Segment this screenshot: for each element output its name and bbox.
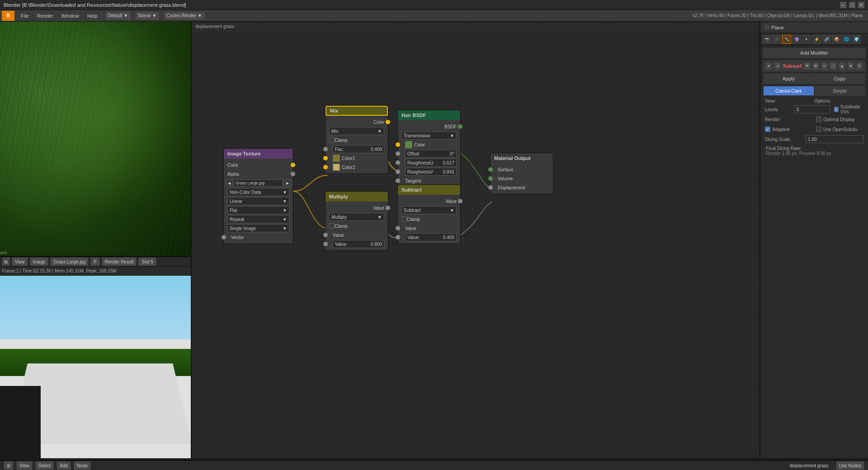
- modifier-down-btn[interactable]: ▼: [847, 62, 854, 70]
- mix-clamp-checkbox[interactable]: [329, 137, 335, 143]
- menu-help[interactable]: Help: [84, 12, 101, 19]
- node-row-projection[interactable]: Flat ▼: [224, 206, 293, 215]
- node-multiply[interactable]: Multiply Value Multiply ▼: [325, 191, 388, 251]
- node-subtract[interactable]: Subtract Value Subtract ▼: [397, 184, 461, 244]
- interpolation-dropdown[interactable]: Linear ▼: [227, 197, 289, 205]
- props-render-icon[interactable]: 📷: [762, 35, 771, 44]
- image-editor[interactable]: [0, 276, 191, 458]
- socket-sub-val1-in[interactable]: [396, 226, 400, 230]
- bottom-mode-icon[interactable]: ⊞: [4, 461, 14, 470]
- node-material-output[interactable]: Material Output Surface Volume Displacem…: [490, 153, 553, 194]
- minimize-button[interactable]: ─: [840, 2, 846, 8]
- hair-mode-dropdown[interactable]: Transmission ▼: [401, 132, 457, 140]
- modifier-render-btn[interactable]: 👁: [803, 62, 810, 70]
- socket-displacement-in[interactable]: [488, 185, 493, 190]
- node-hair-bsdf[interactable]: Hair BSDF BSDF Transmission ▼: [397, 110, 461, 188]
- tab-simple[interactable]: Simple: [814, 86, 865, 96]
- copy-button[interactable]: Copy: [814, 73, 865, 84]
- bottom-select-menu[interactable]: Select: [35, 461, 54, 470]
- add-modifier-button[interactable]: Add Modifier: [763, 48, 865, 58]
- socket-mult-val1-in[interactable]: [323, 233, 328, 237]
- subdivide-uvs-checkbox[interactable]: [834, 107, 839, 112]
- node-image-texture[interactable]: Image Texture Color Alpha ◀: [223, 148, 293, 244]
- color2-swatch[interactable]: [333, 164, 340, 171]
- socket-vector-in[interactable]: [222, 235, 226, 240]
- props-scene-icon[interactable]: 🌐: [842, 35, 851, 44]
- modifier-edit-btn[interactable]: ✏: [821, 62, 828, 70]
- node-row-interpolation[interactable]: Linear ▼: [224, 197, 293, 206]
- levels-value[interactable]: 0: [794, 105, 830, 113]
- multiply-value2[interactable]: Value: 0.800: [326, 240, 388, 249]
- menu-window[interactable]: Window: [58, 12, 83, 19]
- node-row-filename[interactable]: ◀ Grass Large.jpg ▶: [224, 179, 293, 188]
- maximize-button[interactable]: □: [849, 2, 855, 8]
- subtract-clamp-checkbox[interactable]: [401, 216, 407, 222]
- props-object-icon[interactable]: 📦: [832, 35, 841, 44]
- multiply-value-input[interactable]: Value: 0.800: [333, 240, 384, 248]
- socket-mult-val2-in[interactable]: [323, 242, 328, 246]
- source-dropdown[interactable]: Single Image ▼: [227, 224, 289, 232]
- frame-forward[interactable]: F: [90, 257, 99, 266]
- bottom-add-menu[interactable]: Add: [57, 461, 71, 470]
- bottom-node-menu[interactable]: Node: [74, 461, 91, 470]
- socket-tangent-in[interactable]: [396, 179, 400, 183]
- use-nodes-btn[interactable]: Use Nodes: [836, 461, 864, 470]
- node-row-colorspace[interactable]: Non-Color Data ▼: [224, 188, 293, 197]
- subtract-value-input[interactable]: Value: 0.400: [405, 233, 457, 241]
- node-row-extension[interactable]: Repeat ▼: [224, 215, 293, 224]
- node-mix-fac[interactable]: Fac: 0.400: [326, 145, 388, 154]
- image-filename[interactable]: Grass Large.jpg: [234, 179, 283, 187]
- multiply-mode-dropdown[interactable]: Multiply ▼: [329, 213, 384, 221]
- opensubdiv-checkbox[interactable]: [816, 127, 821, 132]
- image-selector[interactable]: Grass Large.jpg: [50, 257, 89, 266]
- node-mix-mode[interactable]: Mix ▼: [326, 127, 388, 136]
- socket-color-out[interactable]: [291, 163, 295, 167]
- subtract-mode-dropdown[interactable]: Subtract ▼: [401, 206, 457, 214]
- props-constraints-icon[interactable]: 🔗: [822, 35, 831, 44]
- props-particles-icon[interactable]: ✦: [802, 35, 811, 44]
- subtract-value2[interactable]: Value: 0.400: [398, 233, 460, 242]
- multiply-clamp-checkbox[interactable]: [329, 223, 335, 229]
- node-editor[interactable]: Image Texture Color Alpha ◀: [192, 22, 760, 458]
- menu-file[interactable]: File: [17, 12, 33, 19]
- colorspace-dropdown[interactable]: Non-Color Data ▼: [227, 188, 289, 196]
- image-next-btn[interactable]: ▶: [284, 179, 291, 187]
- socket-multiply-out[interactable]: [386, 206, 390, 210]
- node-mix-color2[interactable]: Color2: [326, 163, 388, 172]
- projection-dropdown[interactable]: Flat ▼: [227, 206, 289, 214]
- subtract-clamp[interactable]: Clamp: [398, 215, 460, 224]
- modifier-cage-btn[interactable]: ⬡: [830, 62, 836, 70]
- socket-roughnessu-in[interactable]: [396, 160, 400, 165]
- view-mode[interactable]: Render Result: [102, 257, 137, 266]
- hair-roughnessu-input[interactable]: RoughnessU 0.617: [405, 159, 457, 167]
- modifier-up-btn[interactable]: ▲: [839, 62, 845, 70]
- optimal-display-checkbox[interactable]: [816, 117, 821, 122]
- menu-render[interactable]: Render: [33, 12, 57, 19]
- view-menu[interactable]: View: [12, 257, 28, 266]
- node-row-source[interactable]: Single Image ▼: [224, 224, 293, 233]
- close-button[interactable]: ✕: [858, 2, 864, 8]
- bottom-view-menu[interactable]: View: [16, 461, 33, 470]
- hair-color-swatch[interactable]: [405, 141, 412, 148]
- modifier-expand-btn[interactable]: ▾: [765, 62, 772, 70]
- hair-bsdf-roughnessu[interactable]: RoughnessU 0.617: [398, 158, 460, 167]
- image-prev-btn[interactable]: ◀: [226, 179, 233, 187]
- scene-selector[interactable]: Scene ▼: [135, 11, 160, 20]
- node-mix-color1[interactable]: Color1: [326, 154, 388, 163]
- modifier-eye-btn[interactable]: 👁: [812, 62, 819, 70]
- image-menu[interactable]: Image: [30, 257, 49, 266]
- props-physics-icon[interactable]: ⚡: [812, 35, 821, 44]
- socket-volume-in[interactable]: [488, 176, 493, 181]
- viewport-icon[interactable]: ⊞: [2, 257, 10, 266]
- hair-offset-input[interactable]: Offset 0°: [405, 150, 457, 158]
- 3d-viewport[interactable]: Plane: [0, 22, 191, 257]
- socket-alpha-out[interactable]: [291, 172, 295, 176]
- props-world-icon[interactable]: 🌍: [852, 35, 861, 44]
- socket-color1-in[interactable]: [323, 156, 328, 160]
- apply-button[interactable]: Apply: [763, 73, 814, 84]
- modifier-type-icon[interactable]: ≡: [774, 62, 781, 70]
- socket-subtract-out[interactable]: [458, 199, 462, 203]
- dicing-scale-value[interactable]: 1.00: [806, 135, 863, 143]
- socket-hair-color-in[interactable]: [396, 142, 400, 147]
- socket-fac-in[interactable]: [323, 147, 328, 151]
